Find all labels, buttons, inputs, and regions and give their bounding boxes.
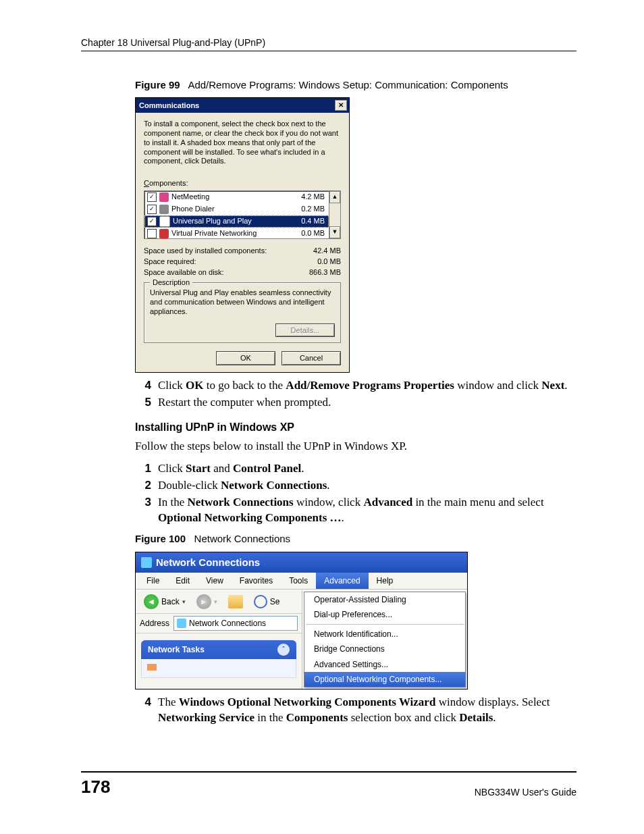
menu-file[interactable]: File — [138, 573, 167, 589]
tasks-header[interactable]: Network Tasks ˆ — [141, 640, 296, 659]
dropdown-separator — [306, 624, 464, 625]
space-used-label: Space used by installed components: — [144, 246, 267, 256]
communications-dialog: Communications ✕ To install a component,… — [135, 97, 350, 373]
components-label: Components: — [144, 178, 341, 188]
forward-icon: ► — [196, 594, 211, 609]
space-avail-label: Space available on disk: — [144, 267, 224, 278]
chevron-down-icon: ▾ — [214, 598, 217, 606]
scroll-up-icon[interactable]: ▲ — [329, 191, 340, 203]
ok-button[interactable]: OK — [216, 351, 275, 365]
search-hint: Se — [270, 596, 280, 607]
upnp-icon — [159, 216, 170, 227]
menu-advanced[interactable]: Advanced — [316, 573, 368, 589]
checkbox-icon[interactable]: ✓ — [147, 192, 157, 202]
window-content-area: Operator-Assisted Dialing Dial-up Prefer… — [302, 590, 467, 689]
checkbox-icon[interactable]: ✓ — [147, 217, 157, 226]
menu-help[interactable]: Help — [369, 573, 402, 589]
dropdown-item[interactable]: Bridge Connections — [304, 642, 465, 656]
figure-99-caption: Figure 99 Add/Remove Programs: Windows S… — [135, 78, 576, 92]
figure-99-text: Add/Remove Programs: Windows Setup: Comm… — [188, 79, 508, 90]
menu-edit[interactable]: Edit — [167, 573, 198, 589]
address-value: Network Connections — [189, 618, 266, 629]
advanced-dropdown: Operator-Assisted Dialing Dial-up Prefer… — [304, 592, 466, 687]
list-item[interactable]: Virtual Private Networking 0.0 MB — [144, 228, 329, 240]
details-button: Details... — [275, 323, 335, 338]
figure-99-num: Figure 99 — [135, 79, 180, 90]
tasks-body — [141, 659, 296, 678]
steps-list-c: 4 The Windows Optional Networking Compon… — [135, 695, 576, 726]
window-titlebar: Network Connections — [136, 552, 467, 573]
checkbox-icon[interactable] — [147, 229, 157, 238]
back-icon: ◄ — [144, 594, 159, 609]
step-3: 3 In the Network Connections window, cli… — [135, 495, 576, 526]
close-icon[interactable]: ✕ — [335, 100, 347, 111]
components-listbox[interactable]: ✓ NetMeeting 4.2 MB ✓ Phone Dialer 0.2 M… — [144, 190, 341, 239]
menu-favorites[interactable]: Favorites — [232, 573, 281, 589]
menu-tools[interactable]: Tools — [281, 573, 316, 589]
step-1: 1 Click Start and Control Panel. — [135, 461, 576, 477]
dropdown-item[interactable]: Dial-up Preferences... — [304, 607, 465, 622]
scroll-down-icon[interactable]: ▼ — [329, 226, 340, 238]
task-link-icon — [147, 664, 157, 671]
footer-rule — [81, 771, 576, 773]
description-text: Universal Plug and Play enables seamless… — [150, 288, 335, 316]
list-item[interactable]: ✓ Phone Dialer 0.2 MB — [144, 203, 329, 215]
header-rule — [81, 51, 576, 51]
network-connections-window: Network Connections File Edit View Favor… — [135, 552, 468, 689]
stats-block: Space used by installed components:42.4 … — [144, 246, 341, 278]
chapter-header: Chapter 18 Universal Plug-and-Play (UPnP… — [81, 37, 576, 48]
network-connections-icon — [177, 619, 186, 628]
scrollbar[interactable]: ▲ ▼ — [329, 191, 340, 238]
dialog-title: Communications — [139, 101, 199, 111]
section-heading: Installing UPnP in Windows XP — [135, 420, 576, 435]
space-req-label: Space required: — [144, 257, 196, 267]
folder-up-icon — [228, 595, 243, 608]
menu-view[interactable]: View — [198, 573, 232, 589]
tasks-title: Network Tasks — [148, 644, 205, 655]
space-used-value: 42.4 MB — [313, 246, 341, 256]
search-icon — [254, 595, 267, 608]
steps-list-b: 1 Click Start and Control Panel. 2 Doubl… — [135, 461, 576, 526]
dialog-titlebar: Communications ✕ — [136, 98, 349, 113]
dropdown-item[interactable]: Operator-Assisted Dialing — [304, 592, 465, 607]
guide-name: NBG334W User's Guide — [475, 787, 576, 798]
back-label: Back — [161, 596, 180, 607]
steps-list-a: 4 Click OK to go back to the Add/Remove … — [135, 378, 576, 411]
window-title: Network Connections — [156, 556, 260, 569]
page-number: 178 — [81, 777, 110, 798]
figure-100-caption: Figure 100 Network Connections — [135, 532, 576, 546]
list-item-selected[interactable]: ✓ Universal Plug and Play 0.4 MB — [144, 215, 329, 228]
cancel-button[interactable]: Cancel — [281, 351, 341, 365]
folder-up-button[interactable] — [224, 594, 247, 610]
checkbox-icon[interactable]: ✓ — [147, 205, 157, 214]
search-button[interactable]: Se — [250, 594, 285, 610]
network-connections-icon — [141, 557, 152, 568]
back-button[interactable]: ◄ Back ▾ — [140, 593, 190, 610]
item-name: Phone Dialer — [171, 204, 297, 214]
description-group: Description Universal Plug and Play enab… — [144, 282, 341, 343]
collapse-icon[interactable]: ˆ — [277, 644, 290, 656]
phone-icon — [159, 205, 169, 214]
step-5: 5 Restart the computer when prompted. — [135, 395, 576, 411]
step-2: 2 Double-click Network Connections. — [135, 478, 576, 494]
figure-100-num: Figure 100 — [135, 533, 186, 544]
dropdown-item[interactable]: Advanced Settings... — [304, 657, 465, 672]
step-4: 4 Click OK to go back to the Add/Remove … — [135, 378, 576, 394]
space-avail-value: 866.3 MB — [309, 267, 341, 278]
description-legend: Description — [150, 278, 192, 288]
item-name: Virtual Private Networking — [171, 228, 297, 238]
section-intro: Follow the steps below to install the UP… — [135, 439, 576, 454]
netmeeting-icon — [159, 192, 169, 202]
menu-bar: File Edit View Favorites Tools Advanced … — [136, 573, 467, 590]
item-size: 4.2 MB — [301, 192, 325, 202]
vpn-icon — [159, 229, 169, 238]
forward-button[interactable]: ► ▾ — [192, 593, 221, 610]
list-item[interactable]: ✓ NetMeeting 4.2 MB — [144, 191, 329, 203]
address-field[interactable]: Network Connections — [173, 616, 298, 631]
figure-100-text: Network Connections — [194, 533, 291, 544]
dropdown-item-selected[interactable]: Optional Networking Components... — [304, 672, 465, 687]
item-size: 0.4 MB — [301, 216, 325, 226]
dropdown-item[interactable]: Network Identification... — [304, 627, 465, 642]
window-left-pane: ◄ Back ▾ ► ▾ Se — [136, 590, 302, 689]
address-bar: Address Network Connections — [136, 614, 302, 633]
